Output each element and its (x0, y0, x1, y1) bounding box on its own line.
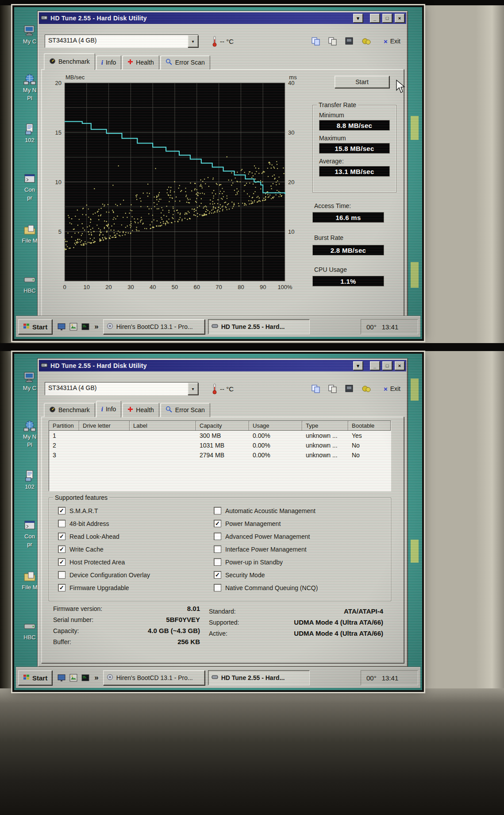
checkbox[interactable] (214, 584, 221, 591)
feature-row[interactable]: 48-bit Address (58, 517, 150, 530)
benchmark-gauge-icon (49, 58, 56, 66)
exit-label: Exit (390, 38, 400, 45)
tab-error-scan[interactable]: Error Scan (160, 55, 210, 70)
task-button-hirens[interactable]: Hiren's BootCD 13.1 - Pro... (103, 670, 205, 685)
checkbox[interactable] (58, 584, 65, 591)
save-screenshot-icon[interactable] (345, 37, 354, 46)
options-icon[interactable] (362, 384, 371, 393)
checkbox[interactable] (214, 520, 221, 527)
checkbox[interactable] (214, 571, 221, 579)
partition-row[interactable]: 3 2794 MB 0.00% unknown ... No (49, 450, 391, 460)
copy-text-icon[interactable] (328, 37, 338, 46)
detail-row: Serial number:5BF0YVEY (53, 616, 200, 627)
save-screenshot-icon[interactable] (345, 384, 354, 393)
quicklaunch-overflow-chevron[interactable]: » (93, 322, 100, 331)
quicklaunch-overflow-chevron[interactable]: » (93, 673, 100, 682)
tray-arrow-button[interactable]: ▾ (353, 14, 363, 23)
maximize-button[interactable]: □ (382, 361, 392, 370)
feature-row[interactable]: Host Protected Area (58, 556, 150, 568)
tray-clock[interactable]: 13:41 (382, 323, 399, 331)
checkbox[interactable] (58, 520, 65, 527)
dropdown-arrow-icon[interactable]: ▾ (188, 382, 198, 395)
quicklaunch-icon-1[interactable] (57, 673, 66, 682)
svg-text:80: 80 (238, 284, 244, 290)
tray-arrow-button[interactable]: ▾ (353, 361, 363, 370)
feature-row[interactable]: Write Cache (58, 543, 150, 556)
checkbox[interactable] (214, 533, 221, 540)
tab-info[interactable]: i Info (96, 401, 122, 417)
tab-info[interactable]: i Info (96, 55, 122, 70)
feature-row[interactable]: Power-up in Standby (214, 556, 318, 568)
task-button-hirens[interactable]: Hiren's BootCD 13.1 - Pro... (103, 319, 205, 334)
quicklaunch-icon-2[interactable] (69, 322, 78, 331)
column-header[interactable]: Type (302, 421, 348, 431)
dropdown-arrow-icon[interactable]: ▾ (188, 35, 198, 47)
feature-row[interactable]: Security Mode (214, 568, 318, 581)
quicklaunch-icon-1[interactable] (57, 322, 66, 331)
copy-text-icon[interactable] (328, 384, 338, 393)
options-icon[interactable] (362, 37, 371, 46)
exit-button[interactable]: × Exit (384, 38, 400, 45)
feature-row[interactable]: Power Management (214, 517, 318, 530)
feature-row[interactable]: Native Command Queuing (NCQ) (214, 581, 318, 594)
start-button-taskbar[interactable]: Start (18, 670, 52, 685)
close-button[interactable]: × (395, 14, 404, 23)
minimize-button[interactable]: _ (370, 361, 380, 370)
feature-row[interactable]: Read Look-Ahead (58, 530, 150, 543)
copy-screenshot-icon[interactable] (311, 37, 321, 46)
checkbox[interactable] (214, 545, 221, 553)
task-button-hdtune[interactable]: HD Tune 2.55 - Hard... (208, 670, 310, 685)
start-button-taskbar[interactable]: Start (18, 319, 52, 334)
checkbox[interactable] (58, 545, 65, 553)
desktop-icon-label: 102 (25, 483, 35, 490)
detail-value: UDMA Mode 4 (Ultra ATA/66) (294, 618, 383, 626)
quicklaunch-icon-2[interactable] (69, 673, 78, 682)
detail-label: Serial number: (53, 616, 93, 623)
desktop-icon-label: File M (22, 237, 37, 244)
column-header[interactable]: Partition (49, 421, 79, 431)
cell-capacity: 2794 MB (196, 450, 249, 460)
detail-value: 8.01 (187, 605, 200, 612)
tab-benchmark[interactable]: Benchmark (44, 53, 95, 70)
quicklaunch-icon-3[interactable] (81, 322, 90, 331)
column-header[interactable]: Drive letter (79, 421, 130, 431)
task-button-hdtune[interactable]: HD Tune 2.55 - Hard... (208, 319, 310, 334)
checkbox[interactable] (58, 558, 65, 566)
feature-row[interactable]: Interface Power Management (214, 543, 318, 556)
column-header[interactable]: Usage (249, 421, 302, 431)
exit-button[interactable]: × Exit (384, 385, 400, 393)
checkbox[interactable] (58, 533, 65, 540)
partition-row[interactable]: 2 1031 MB 0.00% unknown ... No (49, 440, 391, 450)
checkbox[interactable] (214, 558, 221, 566)
titlebar[interactable]: HD Tune 2.55 - Hard Disk Utility ▾ _ □ × (39, 12, 406, 24)
tab-health[interactable]: Health (122, 403, 159, 417)
minimize-button[interactable]: _ (370, 14, 380, 23)
close-button[interactable]: × (395, 361, 404, 370)
feature-row[interactable]: Advanced Power Management (214, 530, 318, 543)
feature-row[interactable]: Firmware Upgradable (58, 581, 150, 594)
system-tray: 00° 13:41 (361, 319, 418, 334)
tab-health[interactable]: Health (122, 55, 159, 70)
column-header[interactable]: Label (130, 421, 196, 431)
partition-row[interactable]: 1 300 MB 0.00% unknown ... Yes (49, 431, 391, 440)
checkbox[interactable] (58, 571, 65, 579)
drive-selector[interactable]: ST34311A (4 GB) ▾ (45, 382, 199, 395)
drive-selector[interactable]: ST34311A (4 GB) ▾ (45, 35, 199, 48)
feature-row[interactable]: Automatic Acoustic Management (214, 504, 318, 517)
copy-screenshot-icon[interactable] (311, 384, 321, 393)
tray-clock[interactable]: 13:41 (382, 674, 399, 682)
column-header[interactable]: Capacity (196, 421, 249, 431)
checkbox[interactable] (214, 507, 221, 514)
tab-benchmark[interactable]: Benchmark (44, 403, 95, 417)
tab-error-scan[interactable]: Error Scan (160, 403, 210, 417)
feature-row[interactable]: S.M.A.R.T (58, 504, 150, 517)
column-header[interactable]: Bootable (348, 421, 391, 431)
desktop-icon-label: My N Pl (23, 433, 36, 448)
titlebar[interactable]: HD Tune 2.55 - Hard Disk Utility ▾ _ □ × (39, 360, 406, 371)
info-icon: i (101, 406, 103, 412)
quicklaunch-icon-3[interactable] (81, 673, 90, 682)
maximize-button[interactable]: □ (382, 14, 392, 23)
start-button[interactable]: Start (335, 76, 389, 88)
feature-row[interactable]: Device Configuration Overlay (58, 568, 150, 581)
checkbox[interactable] (58, 507, 65, 514)
